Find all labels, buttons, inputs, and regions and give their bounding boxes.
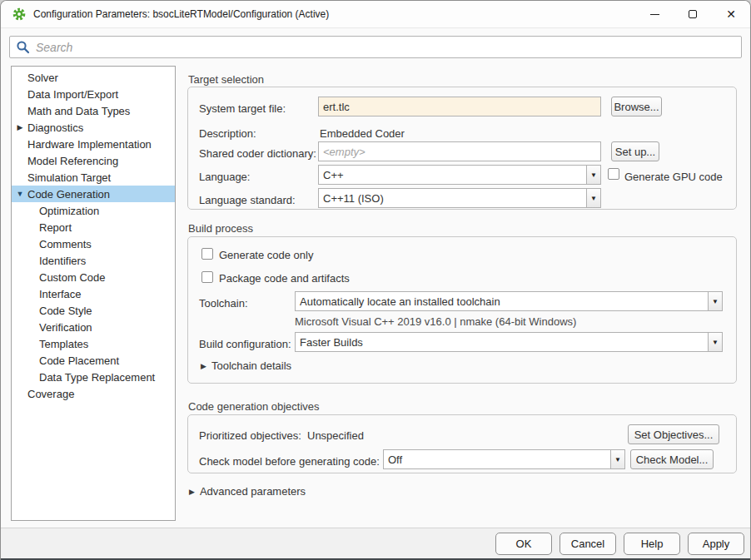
footer-bar: OK Cancel Help Apply — [1, 528, 750, 558]
sidebar-item-code-placement[interactable]: Code Placement — [12, 352, 175, 369]
close-button[interactable]: ✕ — [712, 1, 750, 28]
sidebar-item-custom-code[interactable]: Custom Code — [12, 269, 175, 285]
sidebar-item-diagnostics[interactable]: ▶ Diagnostics — [12, 119, 175, 136]
maximize-button[interactable] — [674, 1, 712, 28]
sidebar-item-identifiers[interactable]: Identifiers — [12, 252, 175, 269]
chevron-down-icon[interactable]: ▼ — [586, 166, 600, 184]
build-process-heading: Build process — [188, 222, 253, 235]
build-configuration-value: Faster Builds — [296, 336, 708, 349]
generate-gpu-code-checkbox[interactable] — [608, 168, 619, 180]
shared-coder-dictionary-input[interactable] — [318, 141, 601, 161]
advanced-parameters-label: Advanced parameters — [200, 485, 306, 498]
search-box — [9, 36, 742, 58]
system-target-file-label: System target file: — [199, 102, 286, 115]
sidebar-item-data-type-replacement[interactable]: Data Type Replacement — [12, 369, 175, 385]
sidebar-item-templates[interactable]: Templates — [12, 335, 175, 352]
chevron-down-icon[interactable]: ▼ — [586, 189, 600, 207]
apply-button[interactable]: Apply — [688, 533, 744, 555]
objectives-group: Prioritized objectives: Unspecified Set … — [187, 414, 737, 473]
sidebar-item-verification[interactable]: Verification — [12, 319, 175, 335]
sidebar-item-solver[interactable]: Solver — [12, 69, 175, 86]
generate-code-only-checkbox[interactable] — [201, 248, 213, 260]
toolchain-details-expander[interactable]: ▶ Toolchain details — [201, 359, 291, 372]
sidebar-item-hardware-implementation[interactable]: Hardware Implementation — [12, 136, 175, 152]
language-standard-dropdown[interactable]: C++11 (ISO) ▼ — [318, 188, 601, 208]
chevron-down-icon[interactable]: ▼ — [610, 450, 624, 468]
description-value: Embedded Coder — [320, 127, 405, 140]
sidebar-item-label: Comments — [12, 238, 92, 250]
chevron-down-icon[interactable]: ▼ — [708, 333, 722, 351]
sidebar-item-optimization[interactable]: Optimization — [12, 202, 175, 219]
chevron-down-icon[interactable]: ▼ — [708, 292, 722, 310]
language-dropdown[interactable]: C++ ▼ — [318, 165, 601, 185]
package-code-checkbox[interactable] — [201, 271, 213, 283]
sidebar-item-label: Data Import/Export — [12, 88, 118, 101]
minimize-button[interactable] — [635, 1, 674, 28]
sidebar-item-interface[interactable]: Interface — [12, 285, 175, 302]
sidebar-item-data-import-export[interactable]: Data Import/Export — [12, 86, 175, 102]
system-target-file-input[interactable] — [318, 97, 601, 116]
collapse-icon[interactable]: ▼ — [15, 190, 25, 198]
toolchain-label: Toolchain: — [199, 297, 248, 310]
expand-icon: ▶ — [201, 362, 206, 370]
minimize-icon — [650, 14, 659, 15]
expand-icon[interactable]: ▶ — [15, 123, 25, 131]
help-button[interactable]: Help — [624, 533, 680, 555]
sidebar-item-label: Simulation Target — [12, 171, 111, 184]
language-standard-value: C++11 (ISO) — [319, 192, 586, 205]
toolchain-value: Automatically locate an installed toolch… — [296, 295, 708, 308]
sidebar-item-label: Code Generation — [12, 188, 110, 201]
title-bar: Configuration Parameters: bsocLiteRTMode… — [1, 1, 750, 28]
shared-coder-dictionary-label: Shared coder dictionary: — [199, 147, 316, 160]
cancel-button[interactable]: Cancel — [560, 533, 616, 555]
set-objectives-button[interactable]: Set Objectives... — [628, 424, 719, 444]
sidebar-item-simulation-target[interactable]: Simulation Target — [12, 169, 175, 186]
language-standard-label: Language standard: — [199, 194, 296, 206]
description-label: Description: — [199, 127, 256, 140]
sidebar-item-label: Code Placement — [12, 354, 119, 367]
expand-icon: ▶ — [189, 488, 195, 496]
browse-button[interactable]: Browse... — [611, 97, 662, 116]
close-icon: ✕ — [726, 8, 736, 20]
set-up-button[interactable]: Set up... — [611, 141, 659, 161]
sidebar-item-code-style[interactable]: Code Style — [12, 302, 175, 319]
category-tree: Solver Data Import/Export Math and Data … — [11, 66, 176, 521]
ok-button[interactable]: OK — [495, 533, 552, 555]
gear-icon — [12, 7, 26, 21]
build-configuration-label: Build configuration: — [199, 338, 291, 350]
configuration-parameters-dialog: Configuration Parameters: bsocLiteRTMode… — [0, 0, 751, 560]
sidebar-item-label: Data Type Replacement — [12, 371, 155, 384]
sidebar-item-label: Coverage — [12, 388, 74, 400]
sidebar-item-label: Hardware Implementation — [12, 138, 152, 151]
sidebar-item-code-generation[interactable]: ▼ Code Generation — [12, 186, 175, 202]
prioritized-objectives-value: Unspecified — [307, 429, 364, 442]
sidebar-item-label: Model Referencing — [12, 155, 118, 167]
language-label: Language: — [199, 171, 250, 183]
sidebar-item-coverage[interactable]: Coverage — [12, 385, 175, 402]
check-model-button[interactable]: Check Model... — [630, 449, 714, 469]
sidebar-item-label: Math and Data Types — [12, 105, 130, 117]
check-model-label: Check model before generating code: — [199, 455, 380, 468]
toolchain-dropdown[interactable]: Automatically locate an installed toolch… — [295, 291, 723, 311]
check-model-dropdown[interactable]: Off ▼ — [383, 449, 625, 469]
toolchain-note: Microsoft Visual C++ 2019 v16.0 | nmake … — [295, 315, 576, 328]
sidebar-item-label: Report — [12, 221, 72, 234]
sidebar-item-comments[interactable]: Comments — [12, 235, 175, 252]
search-icon — [16, 40, 30, 54]
sidebar-item-math-and-data-types[interactable]: Math and Data Types — [12, 102, 175, 119]
maximize-icon — [689, 10, 697, 18]
sidebar-item-label: Interface — [12, 288, 82, 300]
language-value: C++ — [319, 169, 586, 181]
toolchain-details-label: Toolchain details — [211, 359, 291, 372]
sidebar-item-label: Templates — [12, 338, 88, 350]
build-process-group: Generate code only Package code and arti… — [187, 236, 737, 384]
advanced-parameters-expander[interactable]: ▶ Advanced parameters — [189, 485, 306, 498]
sidebar-item-label: Optimization — [12, 205, 99, 217]
window-title: Configuration Parameters: bsocLiteRTMode… — [33, 8, 329, 20]
sidebar-item-label: Identifiers — [12, 255, 86, 267]
sidebar-item-model-referencing[interactable]: Model Referencing — [12, 152, 175, 169]
build-configuration-dropdown[interactable]: Faster Builds ▼ — [295, 332, 723, 352]
sidebar-item-label: Verification — [12, 321, 92, 334]
search-input[interactable] — [30, 37, 741, 57]
sidebar-item-report[interactable]: Report — [12, 219, 175, 235]
